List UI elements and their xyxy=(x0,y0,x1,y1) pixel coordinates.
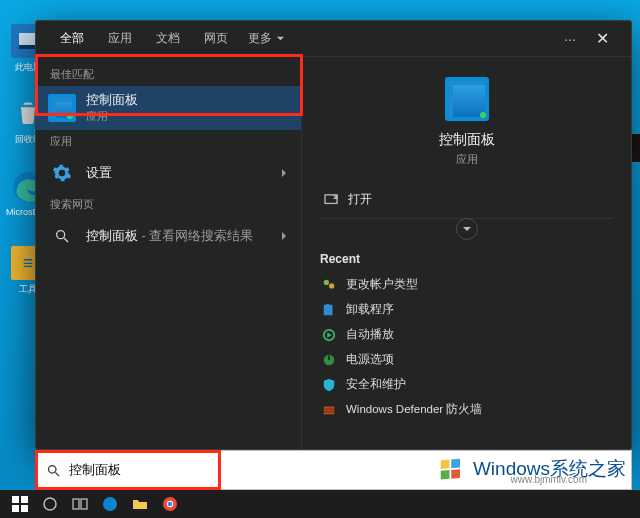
svg-point-23 xyxy=(103,497,117,511)
open-button[interactable]: 打开 xyxy=(320,181,613,219)
taskbar-explorer[interactable] xyxy=(126,493,154,515)
svg-rect-21 xyxy=(73,499,79,509)
search-preview-right: 控制面板 应用 打开 Recent 更改帐户类型 卸载程序 自动播放 电源选项 … xyxy=(301,57,631,449)
search-results-left: 最佳匹配 控制面板 应用 应用 设置 搜索网页 xyxy=(36,57,301,449)
recent-item[interactable]: Windows Defender 防火墙 xyxy=(320,397,613,422)
recent-section-label: Recent xyxy=(320,252,613,266)
svg-rect-19 xyxy=(21,505,28,512)
svg-rect-18 xyxy=(12,505,19,512)
search-icon xyxy=(48,222,76,250)
user-accounts-icon xyxy=(322,278,336,292)
svg-point-26 xyxy=(168,502,172,506)
gear-icon xyxy=(48,159,76,187)
control-panel-icon-large xyxy=(445,77,489,121)
taskbar-edge[interactable] xyxy=(96,493,124,515)
tab-more[interactable]: 更多 xyxy=(240,30,293,47)
chevron-right-icon xyxy=(279,227,289,245)
tab-apps[interactable]: 应用 xyxy=(96,20,144,57)
svg-line-15 xyxy=(55,472,59,476)
firewall-icon xyxy=(322,403,336,417)
close-button[interactable]: ✕ xyxy=(586,29,619,48)
search-icon xyxy=(46,463,61,478)
power-icon xyxy=(322,353,336,367)
recent-item[interactable]: 电源选项 xyxy=(320,347,613,372)
tab-docs[interactable]: 文档 xyxy=(144,20,192,57)
watermark-icon xyxy=(439,455,467,483)
section-apps: 应用 xyxy=(36,130,301,153)
result-settings[interactable]: 设置 xyxy=(36,153,301,193)
svg-rect-7 xyxy=(326,303,329,306)
taskbar-taskview[interactable] xyxy=(66,493,94,515)
result-web-search[interactable]: 控制面板 - 查看网络搜索结果 xyxy=(36,216,301,256)
preview-title: 控制面板 xyxy=(439,131,495,149)
section-web: 搜索网页 xyxy=(36,193,301,216)
recent-item[interactable]: 安全和维护 xyxy=(320,372,613,397)
desktop-icon-label: Micros xyxy=(6,207,33,217)
control-panel-icon xyxy=(48,94,76,122)
result-suffix: - 查看网络搜索结果 xyxy=(138,229,253,243)
svg-point-20 xyxy=(44,498,56,510)
svg-rect-22 xyxy=(81,499,87,509)
preview-subtitle: 应用 xyxy=(456,152,478,167)
chevron-down-icon xyxy=(462,224,472,234)
watermark-url: www.bjmmlv.com xyxy=(511,474,587,485)
svg-rect-29 xyxy=(441,470,450,479)
svg-rect-10 xyxy=(328,355,330,359)
programs-icon xyxy=(322,303,336,317)
svg-rect-27 xyxy=(441,460,450,469)
taskbar xyxy=(0,490,640,518)
result-control-panel[interactable]: 控制面板 应用 xyxy=(36,86,301,130)
start-button[interactable] xyxy=(6,493,34,515)
recent-item[interactable]: 更改帐户类型 xyxy=(320,272,613,297)
svg-rect-16 xyxy=(12,496,19,503)
taskbar-chrome[interactable] xyxy=(156,493,184,515)
security-icon xyxy=(322,378,336,392)
recent-item[interactable]: 自动播放 xyxy=(320,322,613,347)
svg-rect-30 xyxy=(451,469,460,478)
autoplay-icon xyxy=(322,328,336,342)
expand-toggle[interactable] xyxy=(320,218,613,240)
search-panel: 全部 应用 文档 网页 更多 ··· ✕ 最佳匹配 控制面板 应用 应用 xyxy=(35,20,632,450)
more-options-button[interactable]: ··· xyxy=(554,31,586,47)
svg-point-1 xyxy=(57,231,65,239)
section-best-match: 最佳匹配 xyxy=(36,63,301,86)
tab-all[interactable]: 全部 xyxy=(48,20,96,57)
result-title: 设置 xyxy=(86,165,112,182)
search-tabs: 全部 应用 文档 网页 更多 ··· ✕ xyxy=(36,21,631,57)
open-icon xyxy=(324,194,338,206)
result-title: 控制面板 xyxy=(86,229,138,243)
svg-point-4 xyxy=(324,279,329,284)
svg-rect-17 xyxy=(21,496,28,503)
taskbar-cortana[interactable] xyxy=(36,493,64,515)
svg-rect-11 xyxy=(324,406,335,414)
svg-line-2 xyxy=(64,238,68,242)
result-title: 控制面板 xyxy=(86,92,138,109)
svg-point-5 xyxy=(329,283,334,288)
recent-item[interactable]: 卸载程序 xyxy=(320,297,613,322)
chevron-right-icon xyxy=(279,164,289,182)
chevron-down-icon xyxy=(276,34,285,43)
svg-rect-28 xyxy=(451,459,460,468)
result-subtitle: 应用 xyxy=(86,110,138,124)
svg-point-14 xyxy=(49,465,57,473)
tab-web[interactable]: 网页 xyxy=(192,20,240,57)
